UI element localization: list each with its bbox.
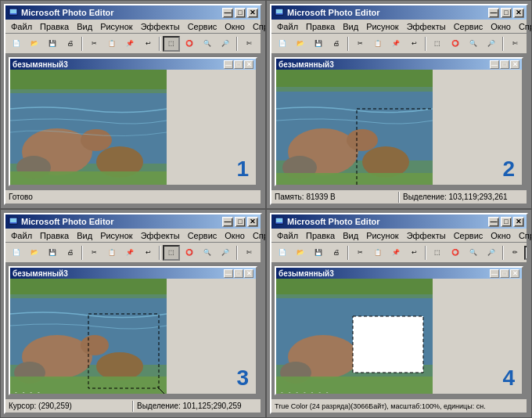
tb-zoom-out-3[interactable]: 🔎: [217, 245, 234, 261]
tb-zoom-out-1[interactable]: 🔎: [217, 36, 234, 52]
close-btn-2[interactable]: ✕: [513, 8, 524, 18]
menu-service-3[interactable]: Сервис: [184, 230, 221, 241]
tb-print-1[interactable]: 🖨: [62, 36, 79, 52]
tb-new-4[interactable]: 📄: [274, 245, 291, 261]
tb-undo-4[interactable]: ↩: [405, 245, 422, 261]
tb-select-free-2[interactable]: ⭕: [447, 36, 464, 52]
tb-undo-1[interactable]: ↩: [139, 36, 156, 52]
inner-close-3[interactable]: ✕: [244, 269, 253, 278]
inner-close-2[interactable]: ✕: [510, 60, 519, 69]
tb-copy-1[interactable]: 📋: [103, 36, 120, 52]
tb-save-3[interactable]: 💾: [44, 245, 61, 261]
menu-view-4[interactable]: Вид: [339, 230, 362, 241]
menu-help-2[interactable]: Справка: [515, 21, 532, 32]
menu-help-4[interactable]: Справка: [515, 230, 532, 241]
tb-zoom-out-4[interactable]: 🔎: [483, 245, 500, 261]
close-btn-3[interactable]: ✕: [247, 217, 258, 227]
tb-print-2[interactable]: 🖨: [328, 36, 345, 52]
menu-help-1[interactable]: Справка: [249, 21, 266, 32]
tb-copy-2[interactable]: 📋: [369, 36, 386, 52]
tb-print-3[interactable]: 🖨: [62, 245, 79, 261]
menu-edit-4[interactable]: Правка: [302, 230, 339, 241]
tb-open-2[interactable]: 📂: [292, 36, 309, 52]
menu-view-3[interactable]: Вид: [73, 230, 96, 241]
inner-max-2[interactable]: □: [500, 60, 509, 69]
tb-save-2[interactable]: 💾: [310, 36, 327, 52]
menu-service-4[interactable]: Сервис: [450, 230, 487, 241]
menu-help-3[interactable]: Справка: [249, 230, 266, 241]
tb-select-rect-4[interactable]: ⬚: [429, 245, 446, 261]
tb-undo-3[interactable]: ↩: [139, 245, 156, 261]
close-btn-4[interactable]: ✕: [513, 217, 524, 227]
menu-edit-3[interactable]: Правка: [36, 230, 73, 241]
menu-file-3[interactable]: Файл: [7, 230, 36, 241]
menu-service-2[interactable]: Сервис: [450, 21, 487, 32]
tb-paste-2[interactable]: 📌: [387, 36, 404, 52]
inner-max-4[interactable]: □: [500, 269, 509, 278]
minimize-btn-4[interactable]: —: [488, 217, 499, 227]
menu-window-2[interactable]: Окно: [487, 21, 515, 32]
close-btn-1[interactable]: ✕: [247, 8, 258, 18]
menu-window-3[interactable]: Окно: [221, 230, 249, 241]
menu-image-2[interactable]: Рисунок: [362, 21, 403, 32]
zoom-input-4[interactable]: [524, 246, 527, 260]
menu-image-1[interactable]: Рисунок: [96, 21, 137, 32]
tb-crop-2[interactable]: ✄: [506, 36, 523, 52]
tb-zoom-in-3[interactable]: 🔍: [199, 245, 216, 261]
maximize-btn-4[interactable]: □: [501, 217, 512, 227]
minimize-btn-1[interactable]: —: [222, 8, 233, 18]
menu-file-2[interactable]: Файл: [273, 21, 302, 32]
maximize-btn-2[interactable]: □: [501, 8, 512, 18]
menu-image-3[interactable]: Рисунок: [96, 230, 137, 241]
inner-min-1[interactable]: —: [224, 60, 233, 69]
tb-select-rect-3[interactable]: ⬚: [163, 245, 180, 261]
tb-zoom-in-4[interactable]: 🔍: [465, 245, 482, 261]
tb-save-4[interactable]: 💾: [310, 245, 327, 261]
tb-zoom-out-2[interactable]: 🔎: [483, 36, 500, 52]
tb-open-3[interactable]: 📂: [26, 245, 43, 261]
minimize-btn-3[interactable]: —: [222, 217, 233, 227]
tb-open-1[interactable]: 📂: [26, 36, 43, 52]
tb-copy-4[interactable]: 📋: [369, 245, 386, 261]
inner-max-1[interactable]: □: [234, 60, 243, 69]
menu-view-1[interactable]: Вид: [73, 21, 96, 32]
tb-pencil-1[interactable]: ✏: [258, 36, 261, 52]
inner-close-1[interactable]: ✕: [244, 60, 253, 69]
tb-copy-3[interactable]: 📋: [103, 245, 120, 261]
maximize-btn-3[interactable]: □: [235, 217, 246, 227]
menu-window-1[interactable]: Окно: [221, 21, 249, 32]
tb-select-free-3[interactable]: ⭕: [181, 245, 198, 261]
tb-paste-3[interactable]: 📌: [121, 245, 138, 261]
menu-edit-2[interactable]: Правка: [302, 21, 339, 32]
inner-close-4[interactable]: ✕: [510, 269, 519, 278]
menu-effects-3[interactable]: Эффекты: [137, 230, 184, 241]
tb-cut-4[interactable]: ✂: [351, 245, 368, 261]
tb-paste-1[interactable]: 📌: [121, 36, 138, 52]
tb-cut-3[interactable]: ✂: [85, 245, 102, 261]
tb-print-4[interactable]: 🖨: [328, 245, 345, 261]
menu-image-4[interactable]: Рисунок: [362, 230, 403, 241]
inner-max-3[interactable]: □: [234, 269, 243, 278]
tb-new-2[interactable]: 📄: [274, 36, 291, 52]
tb-paste-4[interactable]: 📌: [387, 245, 404, 261]
tb-save-1[interactable]: 💾: [44, 36, 61, 52]
inner-min-2[interactable]: —: [490, 60, 499, 69]
menu-window-4[interactable]: Окно: [487, 230, 515, 241]
menu-service-1[interactable]: Сервис: [184, 21, 221, 32]
tb-crop-3[interactable]: ✄: [240, 245, 257, 261]
tb-pencil-3[interactable]: ✏: [258, 245, 261, 261]
tb-zoom-in-2[interactable]: 🔍: [465, 36, 482, 52]
tb-zoom-in-1[interactable]: 🔍: [199, 36, 216, 52]
tb-undo-2[interactable]: ↩: [405, 36, 422, 52]
tb-cut-1[interactable]: ✂: [85, 36, 102, 52]
menu-effects-4[interactable]: Эффекты: [403, 230, 450, 241]
tb-cut-2[interactable]: ✂: [351, 36, 368, 52]
menu-file-4[interactable]: Файл: [273, 230, 302, 241]
tb-select-free-4[interactable]: ⭕: [447, 245, 464, 261]
menu-edit-1[interactable]: Правка: [36, 21, 73, 32]
tb-pencil-4[interactable]: ✏: [506, 245, 523, 261]
inner-min-3[interactable]: —: [224, 269, 233, 278]
tb-select-free-1[interactable]: ⭕: [181, 36, 198, 52]
tb-new-3[interactable]: 📄: [8, 245, 25, 261]
tb-open-4[interactable]: 📂: [292, 245, 309, 261]
